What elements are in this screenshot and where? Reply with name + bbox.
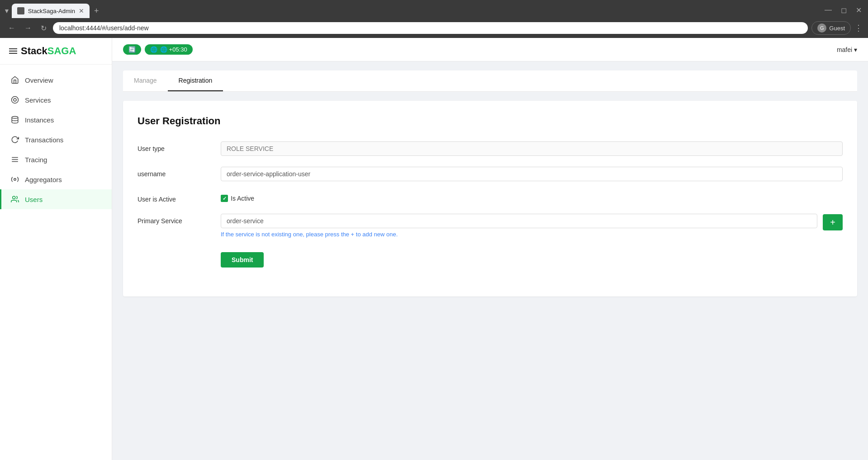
sidebar: StackSAGA Overview Services (0, 38, 112, 460)
header-status-badges: 🔄 🌐 🌐 +05:30 (123, 44, 193, 55)
browser-toolbar: ← → ↻ G Guest ⋮ (0, 18, 868, 38)
username-control (221, 167, 843, 181)
instances-icon (10, 115, 19, 124)
svg-point-6 (14, 178, 16, 181)
forward-button[interactable]: → (22, 23, 34, 33)
sidebar-item-label: Instances (25, 116, 54, 124)
transactions-icon (10, 135, 19, 144)
address-bar[interactable] (53, 22, 808, 34)
user-active-label: User is Active (138, 192, 210, 203)
user-type-control (221, 141, 843, 156)
svg-point-2 (12, 117, 18, 119)
tab-close-button[interactable]: ✕ (79, 8, 84, 14)
sidebar-item-instances[interactable]: Instances (0, 110, 112, 130)
app-container: StackSAGA Overview Services (0, 38, 868, 460)
home-icon (10, 75, 19, 84)
submit-control: Submit (221, 249, 843, 268)
tab-title: StackSaga-Admin (28, 8, 75, 14)
guest-label: Guest (829, 25, 845, 32)
aggregators-icon (10, 175, 19, 184)
globe-icon: 🌐 (150, 46, 157, 53)
guest-avatar-icon: G (817, 23, 826, 33)
window-controls: — ◻ ✕ (822, 6, 864, 16)
top-header: 🔄 🌐 🌐 +05:30 mafei ▾ (112, 38, 868, 61)
username-label: username (138, 167, 210, 178)
user-type-label: User type (138, 141, 210, 152)
primary-service-control: If the service is not existing one, plea… (221, 214, 843, 238)
submit-button[interactable]: Submit (221, 252, 264, 268)
user-menu[interactable]: mafei ▾ (837, 46, 857, 53)
services-icon (10, 95, 19, 104)
refresh-button[interactable]: ↻ (38, 23, 49, 33)
tabs-bar: Manage Registration (123, 70, 857, 92)
primary-service-label: Primary Service (138, 214, 210, 225)
minimize-button[interactable]: — (822, 6, 835, 14)
sidebar-item-tracing[interactable]: Tracing (0, 150, 112, 169)
sidebar-item-label: Tracing (25, 156, 47, 164)
tab-manage[interactable]: Manage (123, 70, 168, 91)
sidebar-item-label: Users (25, 196, 43, 203)
svg-point-0 (12, 97, 19, 103)
sidebar-item-services[interactable]: Services (0, 90, 112, 110)
hamburger-icon[interactable] (9, 48, 17, 54)
tab-list-button[interactable]: ▼ (4, 7, 10, 14)
sidebar-item-label: Overview (25, 76, 53, 84)
svg-point-1 (14, 99, 16, 101)
maximize-button[interactable]: ◻ (838, 6, 849, 14)
back-button[interactable]: ← (5, 23, 18, 33)
status-badge-timezone: 🌐 🌐 +05:30 (145, 44, 193, 55)
user-name: mafei ▾ (837, 46, 857, 53)
user-type-input[interactable] (221, 141, 843, 156)
primary-service-input-row: If the service is not existing one, plea… (221, 214, 843, 238)
browser-tabs-bar: ▼ StackSaga-Admin ✕ + — ◻ ✕ (0, 0, 868, 18)
guest-profile-button[interactable]: G Guest (811, 21, 851, 35)
sidebar-item-label: Services (25, 96, 51, 104)
refresh-icon: 🔄 (128, 46, 136, 53)
main-content: 🔄 🌐 🌐 +05:30 mafei ▾ Manage (112, 38, 868, 460)
logo-area: StackSAGA (0, 38, 112, 65)
status-badge-refresh: 🔄 (123, 44, 141, 55)
logo-stack: Stack (21, 45, 47, 56)
tab-favicon (17, 7, 24, 14)
form-title: User Registration (138, 115, 843, 127)
new-tab-button[interactable]: + (91, 6, 102, 16)
primary-service-row: Primary Service If the service is not ex… (138, 214, 843, 238)
browser-tab-active[interactable]: StackSaga-Admin ✕ (12, 4, 90, 18)
username-input[interactable] (221, 167, 843, 181)
user-registration-form: User Registration User type username (123, 101, 857, 296)
is-active-checkbox[interactable] (221, 195, 228, 202)
tracing-icon (10, 155, 19, 164)
sidebar-item-aggregators[interactable]: Aggregators (0, 169, 112, 189)
logo-text: StackSAGA (21, 45, 76, 57)
service-hint-text: If the service is not existing one, plea… (221, 231, 817, 238)
user-type-row: User type (138, 141, 843, 156)
username-row: username (138, 167, 843, 181)
sidebar-item-label: Aggregators (25, 176, 62, 183)
is-active-checkbox-row: Is Active (221, 192, 843, 202)
sidebar-item-label: Transactions (25, 136, 63, 144)
browser-menu-button[interactable]: ⋮ (854, 23, 863, 33)
svg-point-7 (13, 196, 15, 199)
add-service-button[interactable]: + (823, 214, 843, 230)
user-active-control: Is Active (221, 192, 843, 202)
timezone-value: 🌐 +05:30 (160, 46, 187, 53)
sidebar-navigation: Overview Services Instances (0, 65, 112, 460)
logo-saga: SAGA (47, 45, 76, 56)
user-active-row: User is Active Is Active (138, 192, 843, 203)
sidebar-item-overview[interactable]: Overview (0, 70, 112, 90)
primary-service-input-wrap: If the service is not existing one, plea… (221, 214, 817, 238)
tab-registration[interactable]: Registration (168, 70, 223, 91)
sidebar-item-transactions[interactable]: Transactions (0, 130, 112, 150)
is-active-checkbox-label: Is Active (231, 195, 254, 202)
close-button[interactable]: ✕ (853, 6, 864, 14)
content-area: Manage Registration User Registration Us… (112, 61, 868, 460)
primary-service-input[interactable] (221, 214, 817, 228)
submit-row: Submit (138, 249, 843, 268)
sidebar-item-users[interactable]: Users (0, 189, 112, 209)
users-icon (10, 195, 19, 204)
